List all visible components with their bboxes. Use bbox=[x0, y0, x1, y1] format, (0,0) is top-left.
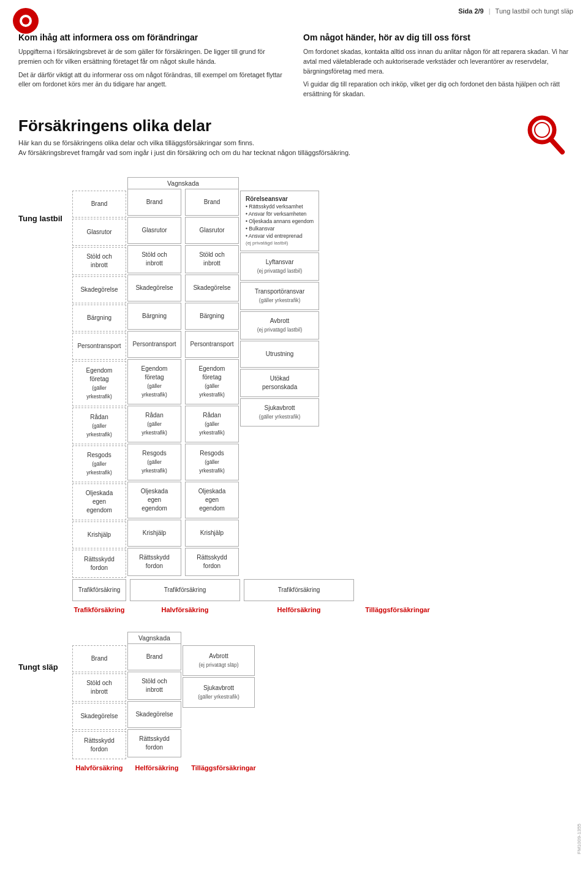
vagn-brand: Brand bbox=[127, 189, 181, 216]
vagn2-glasrutor: Glasrutor bbox=[185, 217, 239, 244]
halv-box-ran: Rådan(gäller yrkestrafik) bbox=[72, 408, 126, 444]
vagn-olja: Oljeskada egenegendom bbox=[127, 482, 181, 518]
slap-sjukavbrott-box: Sjukavbrott(gäller yrkestrafik) bbox=[183, 677, 255, 708]
trafik-row: Trafikförsäkring Trafikförsäkring Trafik… bbox=[18, 579, 570, 601]
header-title: Sida 2/9 | Tung lastbil och tungt släp bbox=[458, 7, 573, 15]
tungt-slap-label: Tungt släp bbox=[18, 632, 72, 672]
halv-box-skadeg: Skadegörelse bbox=[72, 276, 126, 303]
slap-vagnskada-group: Vagnskada Brand Stöld ochinbrott Skadegö… bbox=[127, 632, 181, 757]
trafik-col: Brand Glasrutor Stöld ochinbrott Skadegö… bbox=[72, 177, 126, 578]
tung-lastbil-label: Tung lastbil bbox=[18, 177, 72, 223]
vagn-stold: Stöld ochinbrott bbox=[127, 245, 181, 273]
vagnskada-cols: Brand Glasrutor Stöld ochinbrott Skadegö… bbox=[127, 189, 239, 576]
vagn2-brand: Brand bbox=[185, 189, 239, 216]
svg-point-4 bbox=[535, 123, 549, 137]
vagn2-rattsskydd: Rättsskyddfordon bbox=[185, 548, 239, 576]
halv-box-egendom: Egendomföretag(gäller yrkestrafik) bbox=[72, 361, 126, 406]
slap-halv-skadeg: Skadegörelse bbox=[72, 703, 126, 730]
rorelseansvar-title: Rörelseansvar bbox=[246, 195, 288, 203]
trafik-box2: Trafikförsäkring bbox=[130, 579, 240, 601]
vagn-resgods: Resgods(gäller yrkestrafik) bbox=[127, 444, 181, 480]
label-trafik: Trafikförsäkring bbox=[72, 606, 126, 613]
halv-box-bargning: Bärgning bbox=[72, 305, 126, 332]
tillagg-col: Rörelseansvar • Rättsskydd verksamhet • … bbox=[240, 177, 319, 427]
rorelseansvar-bullets: • Rättsskydd verksamhet • Ansvar för ver… bbox=[246, 203, 314, 247]
page-id: FM1009-1355 bbox=[576, 824, 582, 854]
slap-hel-stold: Stöld ochinbrott bbox=[127, 672, 181, 700]
tungt-slap-section: Tungt släp Brand Stöld ochinbrott Skadeg… bbox=[18, 632, 570, 772]
sjukavbrott-box: Sjukavbrott(gäller yrkestrafik) bbox=[240, 398, 319, 427]
intro-left: Kom ihåg att informera oss om förändring… bbox=[18, 32, 285, 99]
slap-label-tillagg: Tilläggsförsäkringar bbox=[187, 764, 260, 772]
main-content: Kom ihåg att informera oss om förändring… bbox=[0, 20, 588, 784]
vagn2-krishjalp: Krishjälp bbox=[185, 520, 239, 547]
slap-hel-skadeg: Skadegörelse bbox=[127, 701, 181, 728]
halv-box-krishjalp: Krishjälp bbox=[72, 521, 126, 548]
vagn-egendom: Egendomföretag(gäller yrkestrafik) bbox=[127, 359, 181, 404]
divider: | bbox=[489, 7, 491, 15]
intro-left-para1: Uppgifterna i försäkringsbrevet är de so… bbox=[18, 47, 285, 67]
intro-right-para1: Om fordonet skadas, kontakta alltid oss … bbox=[303, 47, 570, 76]
intro-right: Om något händer, hör av dig till oss för… bbox=[303, 32, 570, 99]
svg-line-5 bbox=[551, 139, 562, 152]
slap-hel-brand: Brand bbox=[127, 643, 181, 670]
labels-row: Trafikförsäkring Halvförsäkring Helförsä… bbox=[18, 606, 570, 613]
header: Sida 2/9 | Tung lastbil och tungt släp bbox=[0, 0, 588, 20]
label-hel: Helförsäkring bbox=[244, 606, 354, 613]
vagn-krishjalp: Krishjälp bbox=[127, 520, 181, 547]
avbrott-box: Avbrott(ej privatägd lastbil) bbox=[240, 311, 319, 339]
label-halv: Halvförsäkring bbox=[130, 606, 240, 613]
vagn-ran: Rådan(gäller yrkestrafik) bbox=[127, 406, 181, 442]
slap-avbrott-box: Avbrott(ej privatägt släp) bbox=[183, 645, 255, 676]
vagn2-ran: Rådan(gäller yrkestrafik) bbox=[185, 406, 239, 442]
svg-point-2 bbox=[22, 17, 29, 25]
halv-box-glasrutor: Glasrutor bbox=[72, 219, 126, 246]
slap-label-hel: Helförsäkring bbox=[130, 764, 184, 772]
vagn-rattsskydd: Rättsskyddfordon bbox=[127, 548, 181, 576]
slap-halv-brand: Brand bbox=[72, 645, 126, 672]
intro-section: Kom ihåg att informera oss om förändring… bbox=[18, 32, 570, 99]
intro-right-para2: Vi guidar dig till reparation och inköp,… bbox=[303, 80, 570, 99]
slap-tillagg-col: Avbrott(ej privatägt släp) Sjukavbrott(g… bbox=[183, 632, 255, 708]
page-subtitle: Tung lastbil och tungt släp bbox=[496, 7, 573, 15]
halv-box-olja: Oljeskada egenegendom bbox=[72, 483, 126, 520]
vagn-bargning: Bärgning bbox=[127, 303, 181, 330]
vagn2-resgods: Resgods(gäller yrkestrafik) bbox=[185, 444, 239, 480]
slap-labels-row: Halvförsäkring Helförsäkring Tilläggsför… bbox=[18, 764, 570, 772]
utokad-box: Utökadpersonskada bbox=[240, 369, 319, 397]
slap-hel-rattsskydd: Rättsskyddfordon bbox=[127, 729, 181, 757]
vagn2-stold: Stöld ochinbrott bbox=[185, 245, 239, 273]
slap-halv-rattsskydd: Rättsskyddfordon bbox=[72, 731, 126, 759]
utrustning-box: Utrustning bbox=[240, 341, 319, 368]
tungt-slap-row: Tungt släp Brand Stöld ochinbrott Skadeg… bbox=[18, 632, 570, 759]
slap-vagnskada-header: Vagnskada bbox=[127, 632, 181, 643]
vagn2-egendom: Egendomföretag(gäller yrkestrafik) bbox=[185, 359, 239, 404]
vagn2-person: Persontransport bbox=[185, 331, 239, 358]
halv-box-rattsskydd: Rättsskyddfordon bbox=[72, 550, 126, 578]
slap-hel-col: Brand Stöld ochinbrott Skadegörelse Rätt… bbox=[127, 643, 181, 757]
vagn-person: Persontransport bbox=[127, 331, 181, 358]
tung-lastbil-diagram: Tung lastbil Brand Glasrutor Stöld ochin… bbox=[18, 177, 570, 613]
vagn2-skadeg: Skadegörelse bbox=[185, 275, 239, 301]
transportor-box: Transportöransvar(gäller yrkestrafik) bbox=[240, 282, 319, 310]
section-title: Försäkringens olika delar bbox=[18, 116, 508, 135]
tung-lastbil-row: Tung lastbil Brand Glasrutor Stöld ochin… bbox=[18, 177, 570, 578]
section-subtitle1: Här kan du se försäkringens olika delar … bbox=[18, 139, 508, 146]
forsakring-section: Försäkringens olika delar Här kan du se … bbox=[18, 116, 570, 166]
vagnskada-group: Vagnskada Brand Glasrutor Stöld ochinbro… bbox=[127, 177, 239, 576]
logo bbox=[12, 7, 39, 36]
vagn-skadeg: Skadegörelse bbox=[127, 275, 181, 301]
vagn2-bargning: Bärgning bbox=[185, 303, 239, 330]
slap-label-halv: Halvförsäkring bbox=[72, 764, 126, 772]
magnifier-icon bbox=[521, 110, 570, 161]
halv-box-brand: Brand bbox=[72, 191, 126, 218]
halv-box-resgods: Resgods(gäller yrkestrafik) bbox=[72, 446, 126, 482]
trafik-box3: Trafikförsäkring bbox=[244, 579, 354, 601]
vagnskada-header: Vagnskada bbox=[127, 177, 239, 189]
vagn-col2: Brand Glasrutor Stöld ochinbrott Skadegö… bbox=[185, 189, 239, 576]
page-number: Sida 2/9 bbox=[458, 7, 484, 15]
trafik-box1: Trafikförsäkring bbox=[72, 579, 126, 601]
slap-halv-stold: Stöld ochinbrott bbox=[72, 673, 126, 702]
slap-halv-col: Brand Stöld ochinbrott Skadegörelse Rätt… bbox=[72, 632, 126, 759]
vagn-col1: Brand Glasrutor Stöld ochinbrott Skadegö… bbox=[127, 189, 181, 576]
